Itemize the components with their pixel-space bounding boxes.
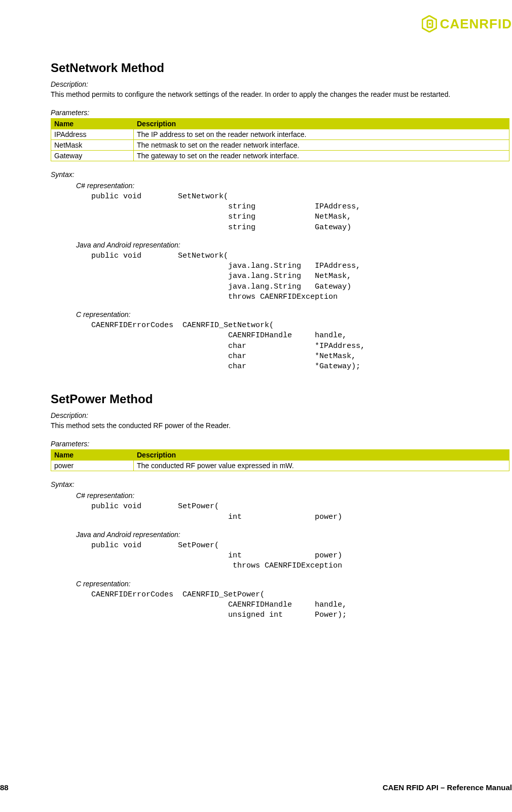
table-cell: NetMask bbox=[51, 139, 134, 150]
table-row: IPAddress The IP address to set on the r… bbox=[51, 129, 509, 139]
table-cell: The netmask to set on the reader network… bbox=[134, 139, 509, 150]
java-label: Java and Android representation: bbox=[76, 531, 512, 539]
parameters-table: Name Description IPAddress The IP addres… bbox=[51, 118, 509, 161]
table-cell: The gateway to set on the reader network… bbox=[134, 150, 509, 161]
parameters-label: Parameters: bbox=[51, 109, 512, 117]
description-label: Description: bbox=[51, 80, 512, 88]
table-cell: Gateway bbox=[51, 150, 134, 161]
csharp-label: C# representation: bbox=[76, 182, 512, 190]
description-text: This method permits to configure the net… bbox=[51, 90, 512, 99]
parameters-label: Parameters: bbox=[51, 440, 512, 448]
logo-text: CAENRFID bbox=[440, 16, 512, 32]
syntax-label: Syntax: bbox=[51, 170, 512, 179]
table-cell: power bbox=[51, 461, 134, 471]
syntax-label: Syntax: bbox=[51, 480, 512, 488]
method-title: SetNetwork Method bbox=[51, 61, 512, 75]
java-code: public void SetNetwork( java.lang.String… bbox=[91, 251, 512, 302]
table-row: power The conducted RF power value expre… bbox=[51, 461, 509, 471]
table-cell: The conducted RF power value expressed i… bbox=[134, 461, 509, 471]
java-code: public void SetPower( int power) throws … bbox=[91, 541, 512, 572]
hexagon-icon bbox=[422, 15, 437, 32]
table-header-name: Name bbox=[51, 450, 134, 461]
c-label: C representation: bbox=[76, 310, 512, 319]
c-label: C representation: bbox=[76, 580, 512, 588]
table-header-name: Name bbox=[51, 118, 134, 129]
table-header-desc: Description bbox=[134, 450, 509, 461]
method-title: SetPower Method bbox=[51, 392, 512, 406]
table-row: Gateway The gateway to set on the reader… bbox=[51, 150, 509, 161]
description-label: Description: bbox=[51, 411, 512, 419]
table-header-desc: Description bbox=[134, 118, 509, 129]
c-code: CAENRFIDErrorCodes CAENRFID_SetNetwork( … bbox=[91, 321, 512, 372]
csharp-code: public void SetPower( int power) bbox=[91, 502, 512, 522]
c-code: CAENRFIDErrorCodes CAENRFID_SetPower( CA… bbox=[91, 590, 512, 621]
table-row: NetMask The netmask to set on the reader… bbox=[51, 139, 509, 150]
brand-logo: CAENRFID bbox=[422, 15, 512, 32]
csharp-code: public void SetNetwork( string IPAddress… bbox=[91, 192, 512, 233]
page-number: 88 bbox=[0, 783, 9, 792]
table-cell: IPAddress bbox=[51, 129, 134, 139]
doc-title: CAEN RFID API – Reference Manual bbox=[383, 783, 512, 792]
csharp-label: C# representation: bbox=[76, 491, 512, 500]
table-cell: The IP address to set on the reader netw… bbox=[134, 129, 509, 139]
description-text: This method sets the conducted RF power … bbox=[51, 421, 512, 431]
parameters-table: Name Description power The conducted RF … bbox=[51, 449, 509, 471]
java-label: Java and Android representation: bbox=[76, 241, 512, 249]
svg-point-2 bbox=[429, 23, 431, 25]
page-footer: 88 CAEN RFID API – Reference Manual bbox=[0, 783, 512, 792]
